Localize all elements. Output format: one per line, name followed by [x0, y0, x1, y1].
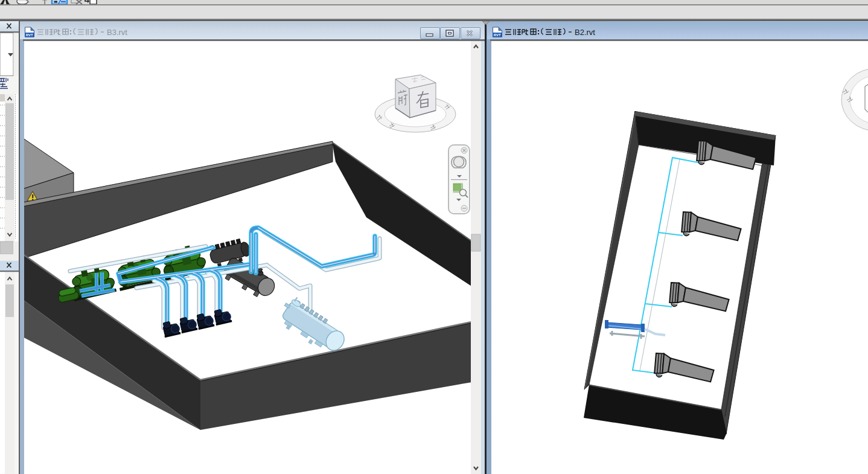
- svg-text:RVT: RVT: [26, 33, 33, 37]
- svg-text:B2.rvt: B2.rvt: [575, 28, 595, 37]
- svg-text:RVT: RVT: [494, 33, 501, 37]
- svg-text:B3.rvt: B3.rvt: [107, 28, 127, 37]
